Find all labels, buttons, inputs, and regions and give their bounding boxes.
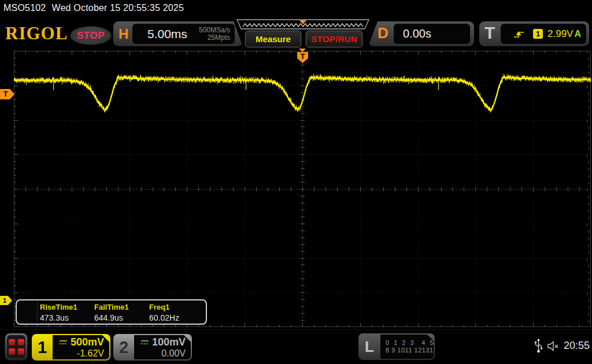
trigger-level-value: 2.99V	[547, 28, 573, 40]
channel1-number: 1	[32, 334, 53, 361]
channel2-scale: 100mV	[152, 336, 186, 348]
dc-coupling-icon	[140, 339, 150, 346]
measurement-label: Freq1	[149, 303, 169, 311]
measure-button[interactable]: Measure	[245, 31, 301, 47]
horizontal-label: H	[119, 26, 128, 42]
sample-rate: 500MSa/s	[199, 26, 230, 34]
measurement-label: FallTime1	[94, 303, 129, 311]
rigol-logo: RIGOL	[5, 23, 68, 44]
quick-menu-button[interactable]	[5, 333, 28, 361]
clock-text: 20:55	[564, 340, 590, 352]
channel1-zero-marker[interactable]: 1	[0, 296, 12, 305]
trigger-block[interactable]: T 1 2.99V A	[479, 21, 589, 46]
delay-value: 0.00s	[403, 27, 431, 40]
trigger-source-badge: 1	[533, 29, 543, 39]
timebase-value: 5.00ms	[147, 27, 187, 41]
model-name: MSO5102	[3, 3, 46, 13]
waveform-display[interactable]	[14, 51, 591, 327]
measurement-value: 644.9us	[94, 313, 123, 322]
grid-menu-icon	[7, 335, 25, 358]
oscilloscope-screen: MSO5102Wed October 15 20:55:35 2025 RIGO…	[0, 0, 592, 364]
acquisition-info: 500MSa/s 25Mpts	[199, 27, 230, 42]
logic-channels-row2: 8 9 1011 12131415	[386, 347, 434, 354]
channel2-status-block[interactable]: 2 100mV 0.00V	[113, 334, 192, 361]
measurement-label: RiseTime1	[40, 303, 77, 311]
status-bar: MSO5102Wed October 15 20:55:35 2025	[3, 3, 184, 13]
memory-position-bar[interactable]	[236, 19, 370, 31]
trigger-sweep-mode: A	[574, 29, 581, 39]
channel1-offset: -1.62V	[77, 348, 104, 359]
usb-icon	[534, 338, 543, 354]
delay-label: D	[378, 24, 388, 42]
stop-run-button[interactable]: STOP/RUN	[306, 31, 362, 47]
delay-block[interactable]: D 0.00s	[368, 21, 474, 46]
dc-coupling-icon	[58, 339, 68, 346]
channel2-offset: 0.00V	[161, 348, 186, 359]
bottom-bar: 1 500mV -1.62V 2	[0, 329, 592, 364]
measurement-value: 60.02Hz	[149, 313, 179, 322]
channel2-number: 2	[113, 334, 134, 361]
rising-edge-icon	[513, 29, 525, 39]
horizontal-timebase-block[interactable]: H 5.00ms 500MSa/s 25Mpts	[113, 21, 243, 46]
channel1-status-block[interactable]: 1 500mV -1.62V	[32, 334, 110, 361]
memory-depth: 25Mpts	[208, 34, 230, 42]
measurement-value: 473.3us	[40, 313, 69, 322]
sound-muted-icon	[547, 340, 560, 352]
run-state-badge[interactable]: STOP	[70, 26, 112, 45]
system-tray: 20:55	[534, 338, 590, 354]
logic-channels-row1: 0 1 2 3 4 5 6 7	[386, 339, 434, 347]
channel1-scale: 500mV	[71, 336, 104, 348]
logic-analyzer-block[interactable]: L 0 1 2 3 4 5 6 7 8 9 1011 12131415	[358, 333, 435, 360]
trigger-level-marker[interactable]: T	[0, 89, 14, 99]
trigger-label: T	[484, 23, 495, 43]
datetime-text: Wed October 15 20:55:35 2025	[51, 3, 184, 13]
measurement-results-popup[interactable]: RiseTime1 473.3us FallTime1 644.9us Freq…	[16, 299, 207, 325]
trigger-position-pointer-tip	[299, 49, 306, 52]
logic-analyzer-label: L	[358, 333, 380, 360]
popup-divider	[37, 302, 38, 322]
